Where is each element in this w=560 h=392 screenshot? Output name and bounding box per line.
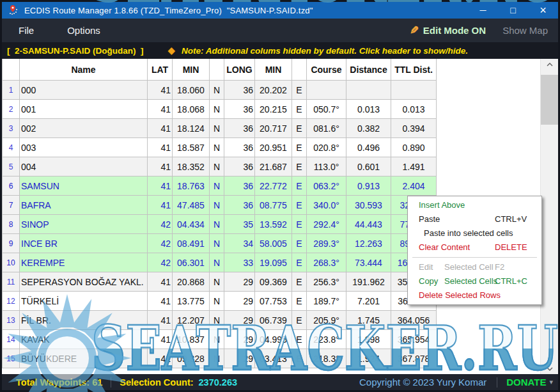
cell-dist[interactable]: 1.898 (346, 330, 391, 349)
cell-latm[interactable]: 47.485 (173, 196, 210, 215)
cell-lond[interactable]: 36 (224, 157, 255, 176)
scroll-up-button[interactable] (541, 59, 558, 70)
cell-ns[interactable]: N (210, 253, 224, 272)
donate-button[interactable]: DONATE (506, 377, 546, 388)
cell-ns[interactable]: N (210, 215, 224, 234)
cell-ttl[interactable]: 365.954 (391, 330, 437, 349)
cell-dist[interactable]: 44.443 (346, 215, 391, 234)
cell-ew[interactable]: E (292, 176, 307, 196)
cell-crs[interactable]: 113.0° (307, 157, 346, 176)
cell-ns[interactable]: N (210, 81, 224, 100)
cell-dist[interactable] (346, 81, 391, 100)
col-header-blank-0[interactable] (3, 59, 20, 81)
cell-crs[interactable]: 081.6° (307, 119, 346, 138)
col-header-course[interactable]: Course (307, 59, 346, 81)
cell-lond[interactable]: 33 (224, 253, 255, 272)
cell-name[interactable]: SEPERASYON BOĞAZ YAKL. (20, 272, 148, 292)
cell-lond[interactable]: 29 (224, 272, 255, 292)
context-menu-item[interactable]: Delete Selected Rows (408, 288, 541, 302)
cell-lond[interactable]: 29 (224, 349, 255, 368)
cell-ns[interactable]: N (210, 234, 224, 253)
cell-ttl[interactable]: 2.404 (391, 176, 437, 196)
cell-latm[interactable]: 04.434 (173, 215, 210, 234)
cell-ew[interactable]: E (292, 119, 307, 138)
cell-ttl[interactable]: 1.491 (391, 157, 437, 176)
cell-ttl[interactable]: 0.394 (391, 119, 437, 138)
cell-ns[interactable]: N (210, 176, 224, 196)
cell-num[interactable]: 14 (3, 330, 20, 349)
cell-latm[interactable]: 08.491 (173, 234, 210, 253)
cell-crs[interactable]: 292.4° (307, 215, 346, 234)
cell-lonm[interactable]: 20.717 (255, 119, 292, 138)
cell-lonm[interactable]: 13.592 (255, 215, 292, 234)
col-header-lat[interactable]: LAT (148, 59, 173, 81)
cell-latd[interactable]: 41 (148, 157, 173, 176)
cell-name[interactable]: 000 (20, 81, 148, 100)
cell-lonm[interactable]: 58.005 (255, 234, 292, 253)
cell-latd[interactable]: 41 (148, 81, 173, 100)
cell-ew[interactable]: E (292, 215, 307, 234)
cell-latm[interactable]: 09.328 (173, 349, 210, 368)
cell-name[interactable]: KEREMPE (20, 253, 148, 272)
col-header-blank-7[interactable] (292, 59, 307, 81)
cell-ttl[interactable]: 367.878 (391, 349, 437, 368)
cell-ew[interactable]: E (292, 81, 307, 100)
cell-latd[interactable]: 41 (148, 176, 173, 196)
cell-latm[interactable]: 10.837 (173, 330, 210, 349)
cell-lond[interactable]: 36 (224, 138, 255, 157)
minimize-button[interactable]: ─ (468, 2, 498, 19)
col-header-distance[interactable]: Distance (346, 59, 391, 81)
cell-lond[interactable]: 29 (224, 292, 255, 311)
cell-crs[interactable]: 256.3° (307, 272, 346, 292)
cell-latd[interactable]: 42 (148, 234, 173, 253)
cell-num[interactable]: 4 (3, 138, 20, 157)
cell-ns[interactable]: N (210, 100, 224, 119)
cell-latd[interactable]: 42 (148, 253, 173, 272)
col-header-min[interactable]: MIN (173, 59, 210, 81)
cell-num[interactable]: 6 (3, 176, 20, 196)
context-menu-item[interactable]: PasteCTRL+V (408, 212, 541, 226)
cell-name[interactable]: 003 (20, 138, 148, 157)
cell-dist[interactable]: 1.924 (346, 349, 391, 368)
cell-ttl[interactable] (391, 81, 437, 100)
cell-latd[interactable]: 41 (148, 311, 173, 330)
cell-ew[interactable]: E (292, 330, 307, 349)
cell-dist[interactable]: 30.593 (346, 196, 391, 215)
cell-latd[interactable]: 41 (148, 272, 173, 292)
cell-dist[interactable]: 0.913 (346, 176, 391, 196)
cell-name[interactable]: 002 (20, 119, 148, 138)
cell-lonm[interactable]: 04.995 (255, 330, 292, 349)
cell-crs[interactable] (307, 81, 346, 100)
cell-num[interactable]: 15 (3, 349, 20, 368)
cell-crs[interactable]: 289.3° (307, 234, 346, 253)
cell-name[interactable]: TÜRKELİ (20, 292, 148, 311)
cell-ns[interactable]: N (210, 330, 224, 349)
cell-ns[interactable]: N (210, 157, 224, 176)
cell-latd[interactable]: 41 (148, 292, 173, 311)
cell-ns[interactable]: N (210, 119, 224, 138)
cell-crs[interactable]: 189.7° (307, 292, 346, 311)
cell-lond[interactable]: 36 (224, 100, 255, 119)
cell-ns[interactable]: N (210, 272, 224, 292)
cell-crs[interactable]: 223.8° (307, 330, 346, 349)
scroll-down-button[interactable] (541, 363, 558, 374)
cell-lond[interactable]: 36 (224, 176, 255, 196)
cell-lond[interactable]: 35 (224, 215, 255, 234)
cell-latd[interactable]: 42 (148, 215, 173, 234)
context-menu-item[interactable]: CopySelected CellsCTRL+C (408, 274, 541, 288)
cell-lonm[interactable]: 20.951 (255, 138, 292, 157)
donate-caret-icon[interactable]: ▾ (549, 378, 553, 386)
col-header-name[interactable]: Name (20, 59, 148, 81)
cell-dist[interactable]: 0.496 (346, 138, 391, 157)
cell-latd[interactable]: 41 (148, 138, 173, 157)
context-menu-item[interactable]: Clear ContentDELETE (408, 240, 541, 255)
cell-latd[interactable]: 41 (148, 119, 173, 138)
cell-ttl[interactable]: 0.013 (391, 100, 437, 119)
cell-ew[interactable]: E (292, 349, 307, 368)
cell-dist[interactable]: 0.601 (346, 157, 391, 176)
cell-ew[interactable]: E (292, 234, 307, 253)
context-menu-item[interactable]: Paste into selected cells (408, 226, 541, 240)
menu-file[interactable]: File (2, 25, 51, 36)
cell-num[interactable]: 1 (3, 81, 20, 100)
cell-dist[interactable]: 191.962 (346, 272, 391, 292)
